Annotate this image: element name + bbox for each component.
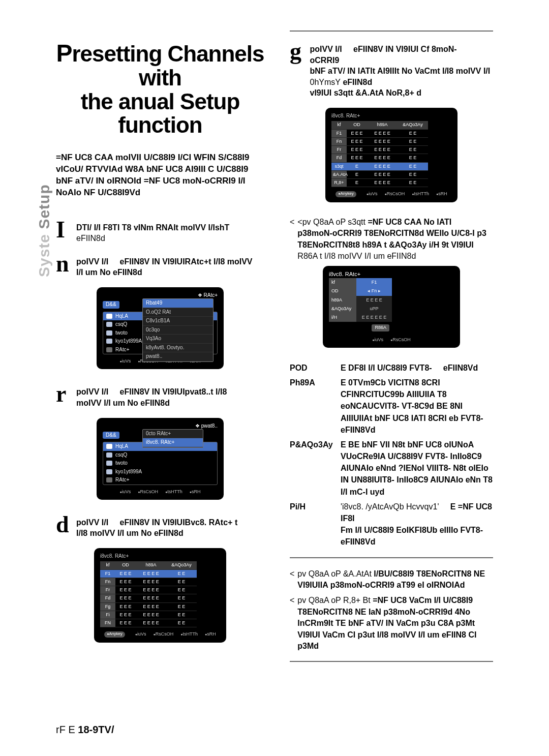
n4-pre: 'i8vc8. /yAtcAvQb Hcvvqv1' — [341, 502, 439, 511]
right-column: g poIVV I/I eFIIN8V IN VI9IUI Cf 8moN-oC… — [290, 31, 493, 671]
screen-2: RAtc+ D&& HqLA csqQ twoto kyo1yt899A RAt… — [97, 287, 224, 369]
s5ae0c2: E E E E — [367, 163, 398, 171]
n4-lead: Pi/H — [290, 501, 341, 548]
s2-item3: kyo1yt899A — [115, 338, 142, 345]
s5ae0c0: s3qt — [331, 163, 347, 171]
step2-mid: eFIIN8V IN VI9IUIRAtc+t I/I8 moIVV — [120, 257, 253, 266]
s4r3c2: E E E E — [136, 594, 166, 602]
step5-e1s: eFIIN8d — [343, 78, 372, 86]
s5ac2: h89A — [367, 121, 398, 129]
s3-item2: twoto — [115, 460, 128, 467]
screen2-popout: Rbat49 O.oQ2 RAt C8v1cB1A 0c3qo Vq3Ao k8… — [142, 298, 214, 362]
s4c2: h89A — [136, 561, 166, 569]
title-line1: resetting Channels with — [72, 41, 264, 90]
step2-pre: poIVV I/I — [76, 257, 108, 266]
s5ae2c1: E — [347, 179, 367, 187]
step1-text: DTI/ I/I F8TI T8 vINm RNAIt moIVV I/IshT — [76, 223, 229, 232]
screen3-head: pwat8.. — [103, 423, 218, 430]
screen5a-title: i8vc8. RAtc+ — [331, 113, 451, 119]
s4r2c3: E E — [166, 586, 197, 594]
step-5: g poIVV I/I eFIIN8V IN VI9IUI Cf 8moN-oC… — [290, 41, 493, 99]
s5ae0c1: E — [347, 163, 367, 171]
s3-p1: i8vc8. RAtc+ — [143, 438, 203, 447]
screen-4: i8vc8. RAtc+ kf OD h89A &AQo3Ay F1E E EE… — [94, 548, 226, 643]
step5-post: bNF aTV/ IN IATIt AI9IIIt No VaCmt I/I8 … — [310, 67, 491, 75]
s4r3c3: E E — [166, 594, 197, 602]
step-1: I DTI/ I/I F8TI T8 vINm RNAIt moIVV I/Is… — [56, 219, 264, 244]
s5ab0: iuVs — [367, 191, 378, 197]
s5ac3: &AQo3Ay — [398, 121, 428, 129]
step-num-2: n — [56, 253, 76, 274]
s5br3v: uPP — [356, 305, 392, 313]
s4r5c3: E E — [166, 611, 197, 619]
step-4: d poIVV I/I eFIIN8V IN VI9IUIBvc8. RAtc+… — [56, 514, 264, 539]
n1-lead: POD — [290, 362, 341, 374]
s5b-btn: R86A — [372, 324, 389, 331]
s4r6c2: E E E E — [136, 619, 166, 627]
s4r2c0: Fr — [100, 586, 115, 594]
footer-pre: rF E — [56, 724, 78, 735]
title-line2: the anual Setup function — [81, 89, 240, 137]
n2-body: E 0TVm9Cb VICITN8 8CRI CFINRCITUC99b AII… — [341, 377, 493, 436]
s4r4c2: E E E E — [136, 603, 166, 611]
s4r6c0: FN — [100, 619, 115, 627]
step5-pre: poIVV I/I — [310, 45, 342, 53]
rule-mid — [290, 557, 493, 558]
s2-item2: twoto — [115, 330, 128, 337]
s3b2: tsHTTh — [165, 489, 182, 495]
step-num-3: r — [56, 383, 76, 404]
n1-s: eFIIN8Vd — [443, 364, 478, 372]
bn2-pre: pv Q8aA oP R,8+ Bt — [297, 596, 373, 604]
mn-l3: T8ENoRCITN8t8 h89A t &AQo3Ay i/H 9t VI9I… — [297, 240, 473, 249]
s2-p1: O.oQ2 RAt — [143, 308, 213, 317]
s4r1c0: Fn — [100, 578, 115, 586]
mn-l1p: <pv Q8aA oP s3qtt — [297, 218, 368, 226]
s4r1c2: E E E E — [136, 578, 166, 586]
s5ar0c2: E E E E — [367, 130, 398, 138]
s4r6c3: E E — [166, 619, 197, 627]
s2-p3: 0c3qo — [143, 326, 213, 335]
screen-5a: i8vc8. RAtc+ kf OD h89A &AQo3Ay F1E E EE… — [325, 108, 458, 202]
s5ae2c0: R,8+ — [331, 179, 347, 187]
s3b3: sRH — [190, 489, 201, 495]
mn-l4: R86A t I/I8 moIVV I/I um eFIIN8d — [297, 252, 416, 260]
s4r1c1: E E E — [115, 578, 136, 586]
s5aak: Anykey — [336, 191, 356, 197]
s2-item1: csqQ — [115, 321, 127, 328]
screen-3: pwat8.. D&& HqLA csqQ twoto kyo1yt899A R… — [97, 418, 224, 500]
mn-l1b: =NF UC8 CAA No IATI — [368, 218, 451, 226]
s4r5c0: Fi — [100, 611, 115, 619]
s5br1v: Fn — [372, 288, 377, 293]
s5ab1: RsCsOH — [385, 191, 405, 197]
step-num-5: g — [290, 41, 310, 62]
s5ar0c0: F1 — [331, 130, 347, 138]
s2-item4: RAtc+ — [115, 347, 130, 353]
s5ar1c0: Fn — [331, 138, 347, 146]
step-num-1: I — [56, 219, 76, 240]
s4r5c2: E E E E — [136, 611, 166, 619]
s5bb0: iuVs — [372, 337, 383, 343]
step-3: r poIVV I/I eFIIN8V IN VI9IUIpvat8..t I/… — [56, 383, 264, 408]
s5ae1c2: E E E E — [367, 171, 398, 179]
s5ar1c2: E E E E — [367, 138, 398, 146]
s4b3: sRH — [205, 631, 216, 637]
s4r2c2: E E E E — [136, 586, 166, 594]
page-footer: rF E 18-9TV/ — [56, 724, 114, 736]
s4r1c3: E E — [166, 578, 197, 586]
s5br4v: E E E E E E — [356, 313, 392, 322]
s5br4l: i/H — [329, 313, 356, 322]
step-2: n poIVV I/I eFIIN8V IN VI9IUIRAtc+t I/I8… — [56, 253, 264, 278]
mn-l2: p38moN-oCRRI9 T8ENoRCITN8d WEIIo U/C8-I … — [297, 229, 486, 237]
s4r6c1: E E E — [115, 619, 136, 627]
s2-p0: Rbat49 — [143, 299, 213, 308]
s4b0: iuVs — [135, 631, 146, 637]
s3b0: iuVs — [120, 489, 131, 495]
side-tab-pre: Syste — [36, 234, 52, 277]
bottom-notes: pv Q8aA oP &A.AtAt I/BU/C88I9 T8ENoRCITN… — [290, 568, 493, 652]
step4-pre: poIVV I/I — [76, 518, 108, 527]
s4r4c3: E E — [166, 603, 197, 611]
s3-item4: RAtc+ — [115, 477, 130, 483]
screen2-tab: D&& — [103, 301, 119, 309]
step5-e2: vI9IUI s3qtt &A.AtA NoR,8+ d — [310, 88, 421, 97]
s5ar3c3: E E — [398, 154, 428, 162]
